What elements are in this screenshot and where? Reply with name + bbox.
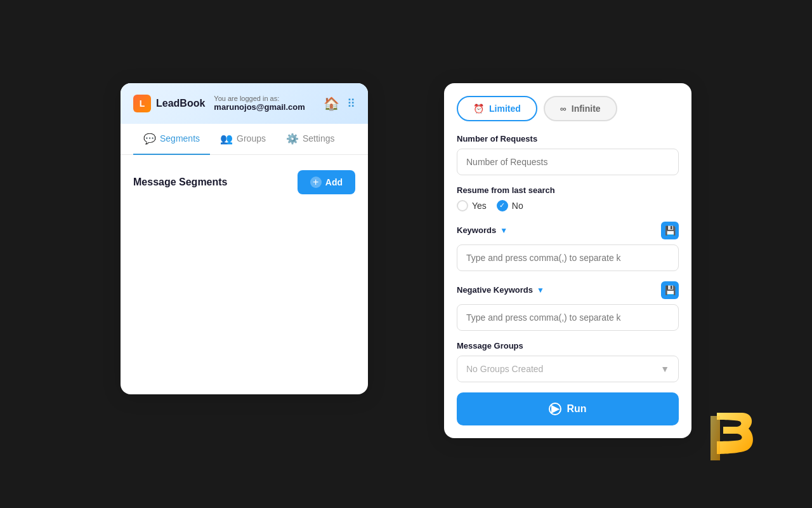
radio-no[interactable]: No: [497, 200, 523, 211]
grid-icon[interactable]: ⠿: [347, 97, 355, 110]
requests-label: Number of Requests: [457, 134, 679, 144]
resume-section: Resume from last search Yes No: [457, 185, 679, 211]
logo-area: L LeadBook: [133, 95, 205, 112]
app-name: LeadBook: [156, 98, 205, 109]
tab-segments[interactable]: 💬 Segments: [133, 124, 210, 155]
tab-segments-label: Segments: [160, 133, 200, 144]
radio-yes-label: Yes: [472, 201, 487, 211]
message-groups-label: Message Groups: [457, 341, 679, 351]
run-play-icon: ▶: [549, 403, 561, 415]
run-button-label: Run: [566, 403, 586, 415]
keywords-save-icon[interactable]: 💾: [661, 222, 679, 239]
header-center: You are logged in as: marunojos@gmail.co…: [214, 95, 324, 112]
alarm-icon: ⏰: [473, 104, 484, 114]
tab-settings-label: Settings: [303, 133, 335, 144]
negative-keywords-save-icon[interactable]: 💾: [661, 281, 679, 299]
header-icons: 🏠 ⠿: [324, 96, 355, 111]
logo-icon: L: [133, 95, 151, 112]
logged-in-label: You are logged in as:: [214, 95, 279, 102]
keywords-header: Keywords ▼ 💾: [457, 222, 679, 239]
section-header: Message Segments + Add: [133, 170, 355, 194]
left-content: Message Segments + Add: [121, 155, 368, 222]
message-groups-dropdown[interactable]: No Groups Created ▼: [457, 356, 679, 382]
groups-icon: 👥: [220, 133, 233, 145]
message-groups-section: Message Groups No Groups Created ▼: [457, 341, 679, 382]
infinite-icon: ∞: [560, 104, 566, 114]
radio-yes-circle: [457, 200, 468, 211]
infinite-label: Infinite: [572, 104, 601, 114]
left-panel: L LeadBook You are logged in as: marunoj…: [121, 83, 368, 394]
user-email: marunojos@gmail.com: [214, 102, 304, 112]
add-button-label: Add: [325, 177, 343, 187]
toggle-group: ⏰ Limited ∞ Infinite: [457, 96, 679, 121]
dropdown-chevron-icon: ▼: [660, 364, 669, 374]
keywords-label-text: Keywords: [457, 225, 496, 235]
section-title: Message Segments: [133, 177, 228, 188]
negative-keywords-dropdown-arrow: ▼: [537, 286, 544, 295]
negative-keywords-input[interactable]: [457, 304, 679, 331]
app-header: L LeadBook You are logged in as: marunoj…: [121, 83, 368, 124]
tab-groups[interactable]: 👥 Groups: [210, 124, 276, 155]
negative-keywords-header: Negative Keywords ▼ 💾: [457, 281, 679, 299]
resume-label: Resume from last search: [457, 185, 679, 195]
negative-keywords-label-group: Negative Keywords ▼: [457, 285, 544, 295]
negative-keywords-label-text: Negative Keywords: [457, 285, 533, 295]
keywords-label-group: Keywords ▼: [457, 225, 508, 235]
segments-icon: 💬: [143, 133, 156, 145]
home-icon[interactable]: 🏠: [324, 96, 339, 111]
keywords-input[interactable]: [457, 244, 679, 271]
add-button[interactable]: + Add: [298, 170, 355, 194]
infinite-toggle[interactable]: ∞ Infinite: [544, 96, 617, 121]
message-groups-placeholder: No Groups Created: [466, 364, 543, 374]
nav-tabs: 💬 Segments 👥 Groups ⚙️ Settings: [121, 124, 368, 155]
limited-toggle[interactable]: ⏰ Limited: [457, 96, 537, 121]
brand-logo: [698, 406, 761, 470]
radio-no-circle: [497, 200, 508, 211]
limited-label: Limited: [489, 104, 521, 114]
radio-yes[interactable]: Yes: [457, 200, 487, 211]
settings-icon: ⚙️: [286, 133, 299, 145]
keywords-dropdown-arrow: ▼: [500, 226, 508, 235]
plus-icon: +: [310, 177, 322, 188]
run-button[interactable]: ▶ Run: [457, 392, 679, 425]
tab-groups-label: Groups: [237, 133, 266, 144]
right-panel: ⏰ Limited ∞ Infinite Number of Requests …: [444, 83, 691, 438]
radio-group: Yes No: [457, 200, 679, 211]
requests-input[interactable]: [457, 149, 679, 175]
radio-no-label: No: [512, 201, 523, 211]
tab-settings[interactable]: ⚙️ Settings: [276, 124, 345, 155]
